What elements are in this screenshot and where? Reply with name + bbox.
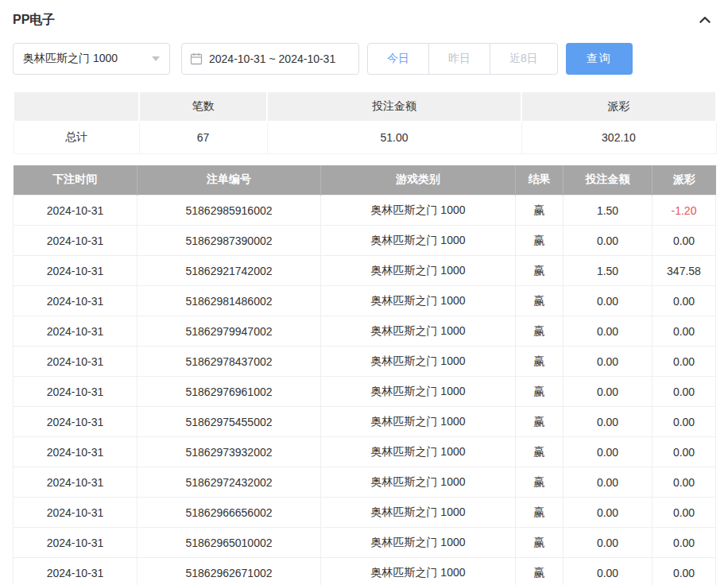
cell-game-type: 奥林匹斯之门 1000 — [321, 437, 516, 467]
table-row: 2024-10-31 51862987390002 奥林匹斯之门 1000 赢 … — [14, 226, 716, 256]
cell-result: 赢 — [516, 316, 563, 347]
cell-bet-time: 2024-10-31 — [14, 437, 137, 467]
cell-bet-amount: 0.00 — [563, 437, 652, 467]
cell-order-id: 51862973932002 — [137, 437, 321, 467]
cell-order-id: 51862981486002 — [137, 286, 321, 316]
cell-order-id: 51862966656002 — [137, 498, 321, 528]
summary-total-count: 67 — [139, 122, 267, 153]
cell-bet-time: 2024-10-31 — [14, 226, 137, 256]
section-header: PP电子 — [13, 0, 715, 40]
query-button[interactable]: 查询 — [566, 43, 633, 75]
cell-payout: 347.58 — [652, 256, 716, 286]
cell-order-id: 51862976961002 — [137, 377, 321, 407]
cell-result: 赢 — [516, 196, 563, 226]
cell-bet-amount: 0.00 — [563, 558, 652, 585]
cell-payout: -1.20 — [652, 196, 716, 226]
cell-game-type: 奥林匹斯之门 1000 — [321, 558, 516, 585]
table-row: 2024-10-31 51862962671002 奥林匹斯之门 1000 赢 … — [14, 558, 716, 585]
caret-down-icon — [152, 56, 160, 61]
cell-game-type: 奥林匹斯之门 1000 — [321, 498, 516, 528]
cell-result: 赢 — [516, 467, 563, 498]
cell-result: 赢 — [516, 347, 563, 377]
cell-bet-time: 2024-10-31 — [14, 256, 137, 286]
cell-payout: 0.00 — [652, 286, 716, 316]
page-title: PP电子 — [13, 12, 55, 29]
bet-detail-table: 下注时间 注单编号 游戏类别 结果 投注金额 派彩 2024-10-31 518… — [13, 165, 716, 585]
table-row: 2024-10-31 51862985916002 奥林匹斯之门 1000 赢 … — [14, 196, 716, 226]
cell-order-id: 51862975455002 — [137, 407, 321, 437]
summary-total-bet-amount: 51.00 — [267, 122, 521, 153]
summary-header-blank — [14, 91, 139, 122]
cell-payout: 0.00 — [652, 528, 716, 558]
cell-order-id: 51862987390002 — [137, 226, 321, 256]
table-row: 2024-10-31 51862976961002 奥林匹斯之门 1000 赢 … — [14, 377, 716, 407]
cell-bet-time: 2024-10-31 — [14, 196, 137, 226]
table-row: 2024-10-31 51862972432002 奥林匹斯之门 1000 赢 … — [14, 467, 716, 498]
today-button[interactable]: 今日 — [367, 43, 429, 75]
cell-result: 赢 — [516, 286, 563, 316]
cell-payout: 0.00 — [652, 377, 716, 407]
game-select[interactable]: 奥林匹斯之门 1000 — [13, 43, 170, 75]
summary-header-bet-amount: 投注金额 — [267, 91, 521, 122]
table-row: 2024-10-31 51862966656002 奥林匹斯之门 1000 赢 … — [14, 498, 716, 528]
summary-total-row: 总计 67 51.00 302.10 — [14, 122, 716, 153]
cell-result: 赢 — [516, 558, 563, 585]
cell-bet-time: 2024-10-31 — [14, 467, 137, 498]
summary-total-payout: 302.10 — [521, 122, 716, 153]
cell-game-type: 奥林匹斯之门 1000 — [321, 196, 516, 226]
cell-payout: 0.00 — [652, 467, 716, 498]
cell-game-type: 奥林匹斯之门 1000 — [321, 467, 516, 498]
summary-table: 笔数 投注金额 派彩 总计 67 51.00 302.10 — [13, 91, 717, 154]
cell-payout: 0.00 — [652, 437, 716, 467]
cell-bet-time: 2024-10-31 — [14, 316, 137, 347]
chevron-up-icon — [698, 17, 712, 29]
cell-bet-amount: 0.00 — [563, 467, 652, 498]
table-row: 2024-10-31 51862975455002 奥林匹斯之门 1000 赢 … — [14, 407, 716, 437]
cell-game-type: 奥林匹斯之门 1000 — [321, 528, 516, 558]
cell-order-id: 51862985916002 — [137, 196, 321, 226]
collapse-section-button[interactable] — [695, 10, 715, 30]
cell-bet-amount: 1.50 — [563, 196, 652, 226]
cell-game-type: 奥林匹斯之门 1000 — [321, 347, 516, 377]
cell-payout: 0.00 — [652, 316, 716, 347]
detail-header-order-id: 注单编号 — [137, 165, 321, 196]
cell-result: 赢 — [516, 226, 563, 256]
cell-result: 赢 — [516, 498, 563, 528]
cell-bet-amount: 0.00 — [563, 498, 652, 528]
cell-order-id: 51862921742002 — [137, 256, 321, 286]
cell-order-id: 51862965010002 — [137, 528, 321, 558]
cell-result: 赢 — [516, 377, 563, 407]
cell-order-id: 51862979947002 — [137, 316, 321, 347]
table-row: 2024-10-31 51862973932002 奥林匹斯之门 1000 赢 … — [14, 437, 716, 467]
cell-bet-amount: 0.00 — [563, 316, 652, 347]
cell-bet-amount: 1.50 — [563, 256, 652, 286]
cell-payout: 0.00 — [652, 407, 716, 437]
cell-bet-amount: 0.00 — [563, 226, 652, 256]
cell-bet-amount: 0.00 — [563, 377, 652, 407]
cell-result: 赢 — [516, 256, 563, 286]
filter-bar: 奥林匹斯之门 1000 2024-10-31 ~ 2024-10-31 今日 昨… — [13, 43, 715, 75]
cell-bet-time: 2024-10-31 — [14, 407, 137, 437]
last-8-days-button[interactable]: 近8日 — [490, 43, 558, 75]
cell-bet-time: 2024-10-31 — [14, 286, 137, 316]
cell-result: 赢 — [516, 407, 563, 437]
cell-payout: 0.00 — [652, 347, 716, 377]
date-range-picker[interactable]: 2024-10-31 ~ 2024-10-31 — [181, 43, 359, 75]
date-range-value: 2024-10-31 ~ 2024-10-31 — [209, 52, 335, 65]
summary-header-count: 笔数 — [139, 91, 267, 122]
pp-electronic-section: PP电子 奥林匹斯之门 1000 2024-10-3 — [0, 0, 728, 585]
table-row: 2024-10-31 51862981486002 奥林匹斯之门 1000 赢 … — [14, 286, 716, 316]
detail-header-result: 结果 — [516, 165, 563, 196]
table-row: 2024-10-31 51862979947002 奥林匹斯之门 1000 赢 … — [14, 316, 716, 347]
table-row: 2024-10-31 51862978437002 奥林匹斯之门 1000 赢 … — [14, 347, 716, 377]
detail-header-row: 下注时间 注单编号 游戏类别 结果 投注金额 派彩 — [14, 165, 716, 196]
cell-bet-amount: 0.00 — [563, 528, 652, 558]
cell-payout: 0.00 — [652, 558, 716, 585]
cell-bet-amount: 0.00 — [563, 407, 652, 437]
table-row: 2024-10-31 51862921742002 奥林匹斯之门 1000 赢 … — [14, 256, 716, 286]
quick-date-button-group: 今日 昨日 近8日 — [367, 43, 558, 75]
cell-game-type: 奥林匹斯之门 1000 — [321, 377, 516, 407]
detail-header-payout: 派彩 — [652, 165, 716, 196]
cell-game-type: 奥林匹斯之门 1000 — [321, 316, 516, 347]
yesterday-button[interactable]: 昨日 — [428, 43, 490, 75]
